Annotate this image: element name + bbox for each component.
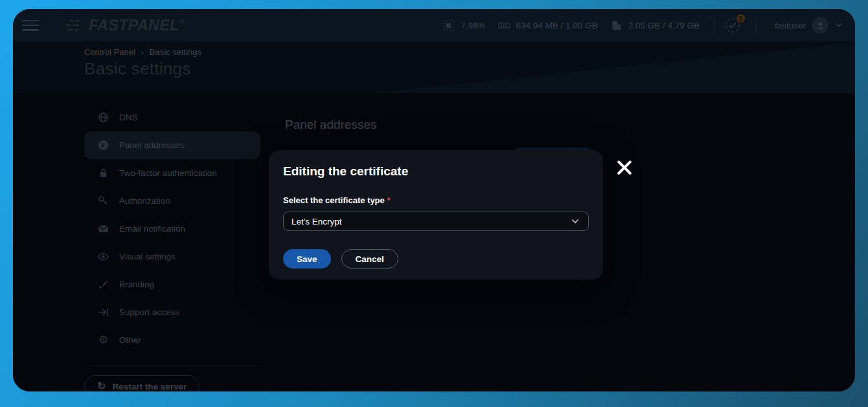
logo-text: FASTPANEL [89, 17, 179, 34]
restart-icon: ↻ [97, 381, 106, 391]
logo-registered-mark: ® [181, 19, 185, 25]
edit-certificate-modal: Editing the certificate Select the certi… [269, 150, 603, 280]
sidebar-item-panel-addresses[interactable]: F Panel addresses [84, 131, 260, 159]
disk-usage-stat: 2.05 GB / 4.79 GB [610, 19, 700, 32]
restart-server-button[interactable]: ↻ Restart the server [84, 375, 200, 391]
settings-sidebar: DNS F Panel addresses Two-factor authent… [84, 104, 260, 354]
sidebar-item-label: Support access [119, 307, 179, 317]
cpu-usage-value: 7.98% [461, 21, 485, 30]
sidebar-item-authorization[interactable]: Authorization [84, 187, 260, 215]
sidebar-item-label: Visual settings [119, 252, 176, 261]
modal-title: Editing the certificate [283, 164, 589, 179]
sidebar-item-label: Branding [119, 280, 154, 289]
modal-actions: Save Cancel [283, 249, 589, 269]
required-mark: * [387, 196, 391, 205]
username: fastuser [775, 21, 806, 30]
tasks-count-badge: 0 [735, 13, 746, 24]
topbar: FASTPANEL ® 7.98% 634.94 MB / 1.00 GB 2.… [13, 9, 855, 41]
menu-icon[interactable] [22, 20, 39, 31]
restart-server-label: Restart the server [112, 382, 187, 391]
cancel-button[interactable]: Cancel [341, 249, 398, 269]
certificate-type-select[interactable]: Let's Encrypt [283, 212, 589, 231]
sidebar-item-label: Authorization [119, 196, 170, 206]
sidebar-item-label: Two-factor authentication [119, 168, 217, 178]
panel-addresses-heading: Panel addresses [285, 118, 377, 132]
breadcrumb-control-panel[interactable]: Control Panel [84, 47, 135, 57]
disk-usage-value: 2.05 GB / 4.79 GB [628, 21, 700, 30]
tasks-button[interactable]: 0 [724, 16, 742, 34]
sidebar-divider [84, 366, 260, 366]
certificate-type-value: Let's Encrypt [291, 217, 342, 226]
sidebar-item-label: DNS [119, 113, 138, 122]
ram-usage-value: 634.94 MB / 1.00 GB [516, 21, 598, 30]
page-header: Control Panel › Basic settings Basic set… [13, 41, 855, 93]
sidebar-item-label: Panel addresses [119, 140, 185, 150]
key-icon [97, 195, 109, 207]
chevron-down-icon [570, 216, 580, 226]
person-icon [816, 21, 825, 30]
page-title: Basic settings [84, 59, 191, 79]
cpu-usage-stat: 7.98% [442, 19, 485, 32]
header-decoration [291, 41, 855, 93]
sidebar-item-two-factor[interactable]: Two-factor authentication [84, 159, 260, 187]
topbar-divider-2 [756, 17, 757, 34]
ram-icon [497, 19, 511, 32]
close-icon [615, 158, 634, 177]
arrow-right-icon [97, 306, 109, 318]
disk-icon [610, 19, 623, 32]
sidebar-item-visual-settings[interactable]: Visual settings [84, 243, 260, 270]
sidebar-item-other[interactable]: ⚙ Other [84, 326, 260, 354]
lock-icon [97, 167, 109, 179]
breadcrumb-separator: › [141, 48, 144, 57]
mail-icon [97, 223, 109, 235]
sidebar-item-support-access[interactable]: Support access [84, 298, 260, 326]
brush-icon [97, 278, 109, 291]
certificate-type-label: Select the certificate type* [283, 195, 589, 205]
cpu-icon [442, 19, 455, 32]
certificate-type-label-text: Select the certificate type [283, 195, 385, 205]
sidebar-footer: ↻ Restart the server [84, 366, 260, 391]
avatar [812, 17, 828, 34]
sidebar-item-email-notification[interactable]: Email notification [84, 215, 260, 243]
sidebar-item-label: Email notification [119, 224, 185, 234]
breadcrumb-current: Basic settings [150, 47, 201, 57]
chevron-down-icon [834, 21, 843, 30]
close-modal-button[interactable] [613, 157, 636, 180]
fastpanel-logo[interactable]: FASTPANEL ® [62, 17, 185, 34]
topbar-divider [714, 17, 714, 34]
ram-usage-stat: 634.94 MB / 1.00 GB [497, 19, 598, 32]
svg-text:F: F [101, 142, 106, 149]
save-button[interactable]: Save [283, 249, 331, 269]
logo-lines-icon [60, 17, 84, 33]
eye-icon [97, 250, 109, 263]
gear-icon: ⚙ [97, 333, 109, 347]
sidebar-item-dns[interactable]: DNS [84, 104, 260, 131]
sidebar-item-label: Other [119, 335, 141, 345]
sidebar-item-branding[interactable]: Branding [84, 270, 260, 298]
breadcrumb: Control Panel › Basic settings [84, 47, 201, 57]
f-circle-icon: F [97, 139, 109, 151]
user-menu[interactable]: fastuser [775, 17, 843, 34]
globe-icon [97, 111, 109, 124]
